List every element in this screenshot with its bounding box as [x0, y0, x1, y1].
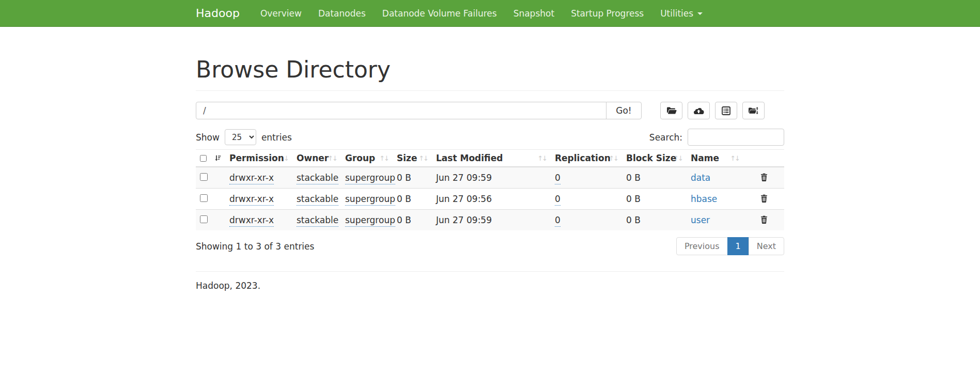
last-modified-cell: Jun 27 09:56 — [432, 189, 551, 210]
replication-value[interactable]: 0 — [555, 173, 561, 184]
replication-cell: 0 — [551, 210, 622, 231]
column-header-group[interactable]: ↑↓Group — [341, 150, 393, 167]
previous-page-button[interactable]: Previous — [676, 237, 728, 255]
table-header-row: ↑↓Permission ↑↓Owner ↑↓Group ↑↓Size ↑↓La… — [196, 150, 784, 167]
column-header-owner[interactable]: ↑↓Owner — [292, 150, 341, 167]
top-navbar: Hadoop Overview Datanodes Datanode Volum… — [0, 0, 980, 27]
list-alt-icon — [722, 106, 730, 115]
block-size-cell: 0 B — [622, 167, 687, 189]
permission-value[interactable]: drwxr-xr-x — [229, 215, 274, 227]
page-length-select[interactable]: 25 — [225, 129, 256, 145]
permission-cell: drwxr-xr-x — [225, 210, 292, 231]
column-header-block-size[interactable]: ↑↓Block Size — [622, 150, 687, 167]
trash-icon — [760, 173, 768, 181]
group-cell: supergroup — [341, 167, 393, 189]
row-select-cell — [196, 167, 225, 189]
group-value[interactable]: supergroup — [345, 215, 395, 227]
group-value[interactable]: supergroup — [345, 194, 395, 206]
owner-value[interactable]: stackable — [297, 173, 338, 184]
delete-button[interactable] — [760, 194, 768, 204]
delete-button[interactable] — [760, 215, 768, 225]
table-row: drwxr-xr-x stackable supergroup 0 B Jun … — [196, 210, 784, 231]
size-cell: 0 B — [393, 189, 432, 210]
group-cell: supergroup — [341, 189, 393, 210]
group-value[interactable]: supergroup — [345, 173, 395, 184]
search-label: Search: — [649, 132, 682, 143]
table-footer: Showing 1 to 3 of 3 entries Previous 1 N… — [196, 237, 784, 255]
move-file-button[interactable] — [742, 102, 765, 119]
owner-value[interactable]: stackable — [297, 194, 338, 206]
replication-value[interactable]: 0 — [555, 215, 561, 227]
entries-label: entries — [261, 132, 292, 143]
show-label: Show — [196, 132, 220, 143]
list-sort-asc-icon[interactable] — [214, 154, 221, 162]
search-control: Search: — [649, 129, 784, 146]
last-modified-cell: Jun 27 09:59 — [432, 167, 551, 189]
row-checkbox[interactable] — [200, 173, 208, 181]
folder-move-icon — [748, 106, 759, 115]
group-cell: supergroup — [341, 210, 393, 231]
nav-item-utilities-dropdown[interactable]: Utilities — [652, 0, 711, 26]
directory-link[interactable]: user — [691, 215, 710, 225]
column-header-permission[interactable]: ↑↓Permission — [225, 150, 292, 167]
column-header-replication[interactable]: ↑↓Replication — [551, 150, 622, 167]
select-all-checkbox[interactable] — [200, 154, 207, 162]
sort-icon[interactable]: ↑↓ — [328, 154, 337, 162]
nav-item-startup-progress[interactable]: Startup Progress — [563, 0, 652, 26]
search-input[interactable] — [688, 129, 784, 146]
upload-file-button[interactable] — [688, 102, 710, 119]
page-1-button[interactable]: 1 — [727, 237, 749, 255]
owner-value[interactable]: stackable — [297, 215, 338, 227]
owner-cell: stackable — [292, 167, 341, 189]
sort-icon[interactable]: ↑↓ — [537, 154, 547, 162]
actions-cell — [743, 167, 784, 189]
size-cell: 0 B — [393, 210, 432, 231]
column-header-size[interactable]: ↑↓Size — [393, 150, 432, 167]
path-bar: Go! — [196, 102, 784, 119]
permission-value[interactable]: drwxr-xr-x — [229, 173, 274, 184]
main-content: Browse Directory Go! — [196, 56, 784, 291]
block-size-cell: 0 B — [622, 210, 687, 231]
table-row: drwxr-xr-x stackable supergroup 0 B Jun … — [196, 167, 784, 189]
sort-icon[interactable]: ↑↓ — [379, 154, 388, 162]
footer-text: Hadoop, 2023. — [196, 281, 784, 291]
file-list-button[interactable] — [715, 102, 737, 119]
permission-value[interactable]: drwxr-xr-x — [229, 194, 274, 206]
sort-icon[interactable]: ↑↓ — [418, 154, 428, 162]
nav-item-datanodes[interactable]: Datanodes — [310, 0, 374, 26]
sort-icon[interactable]: ↑↓ — [730, 154, 739, 162]
delete-button[interactable] — [760, 173, 768, 183]
size-cell: 0 B — [393, 167, 432, 189]
row-select-cell — [196, 189, 225, 210]
replication-value[interactable]: 0 — [555, 194, 561, 206]
go-button[interactable]: Go! — [606, 102, 642, 119]
name-cell: user — [687, 210, 743, 231]
name-cell: hbase — [687, 189, 743, 210]
navbar-brand[interactable]: Hadoop — [196, 7, 240, 20]
directory-path-input[interactable] — [196, 102, 606, 119]
directory-link[interactable]: hbase — [691, 194, 717, 204]
directory-link[interactable]: data — [691, 173, 710, 183]
navbar-container: Hadoop Overview Datanodes Datanode Volum… — [196, 0, 784, 26]
next-page-button[interactable]: Next — [749, 237, 784, 255]
name-cell: data — [687, 167, 743, 189]
nav-item-datanode-volume-failures[interactable]: Datanode Volume Failures — [374, 0, 505, 26]
cloud-upload-icon — [693, 107, 704, 115]
trash-icon — [760, 215, 768, 224]
column-header-last-modified[interactable]: ↑↓Last Modified — [432, 150, 551, 167]
directory-listing-table: ↑↓Permission ↑↓Owner ↑↓Group ↑↓Size ↑↓La… — [196, 149, 784, 230]
row-checkbox[interactable] — [200, 194, 208, 202]
path-input-group: Go! — [196, 102, 642, 119]
nav-item-overview[interactable]: Overview — [252, 0, 310, 26]
navbar-menu: Overview Datanodes Datanode Volume Failu… — [252, 0, 711, 26]
trash-icon — [760, 194, 768, 203]
create-directory-button[interactable] — [660, 102, 682, 119]
row-checkbox[interactable] — [200, 215, 208, 223]
block-size-cell: 0 B — [622, 189, 687, 210]
nav-item-snapshot[interactable]: Snapshot — [505, 0, 563, 26]
column-header-name[interactable]: ↑↓Name — [687, 150, 743, 167]
title-divider — [196, 90, 784, 91]
owner-cell: stackable — [292, 210, 341, 231]
column-header-actions — [743, 150, 784, 167]
folder-open-icon — [666, 106, 677, 115]
